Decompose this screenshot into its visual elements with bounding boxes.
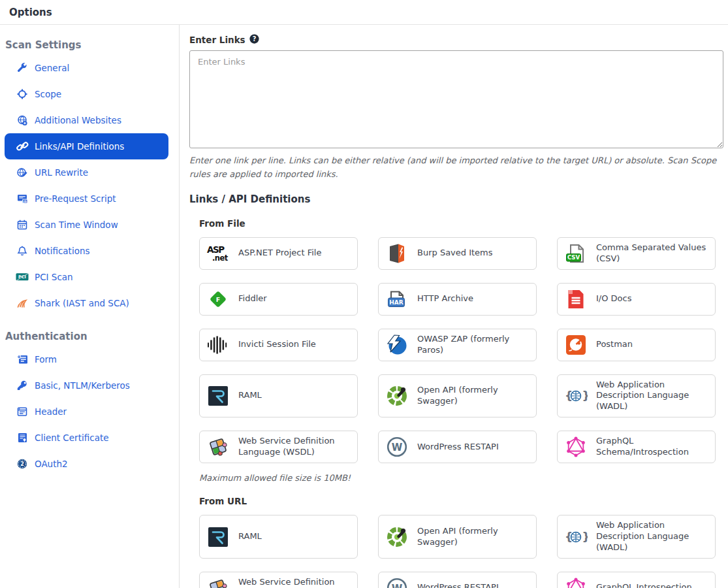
target-icon: [16, 89, 29, 99]
svg-text:PCI: PCI: [18, 274, 26, 280]
from-file-title: From File: [199, 218, 725, 229]
wordpress-icon: W: [385, 436, 409, 457]
sidebar-item-shark-iast-and-sca[interactable]: Shark (IAST and SCA): [0, 290, 179, 316]
svg-text:W: W: [392, 582, 403, 588]
svg-text:F: F: [216, 296, 221, 303]
sidebar-item-scope[interactable]: Scope: [0, 81, 179, 107]
import-graphql-schema-introspection[interactable]: GraphQL Schema/Introspection: [557, 431, 716, 463]
import-invicti-session-file[interactable]: Invicti Session File: [199, 329, 358, 361]
certificate-icon: [16, 433, 29, 443]
form-icon: [16, 354, 29, 365]
import-comma-separated-values-csv[interactable]: CSV Comma Separated Values (CSV): [557, 237, 716, 270]
calendar-icon: [16, 220, 29, 230]
svg-text:W: W: [392, 442, 403, 453]
postman-icon: [564, 335, 588, 355]
import-web-service-definition-language-wsdl[interactable]: Web Service Definition Language (WSDL): [199, 431, 358, 463]
sidebar-section-title: Scan Settings: [0, 31, 179, 55]
globe-plus-icon: [16, 115, 29, 126]
sidebar: Scan Settings General Scope Additional W…: [0, 25, 180, 588]
wrench-icon: [16, 63, 29, 73]
import-i-o-docs[interactable]: I/O Docs: [557, 283, 716, 316]
burp-icon: [385, 243, 409, 264]
svg-text:?: ?: [252, 35, 256, 42]
pci-badge-icon: PCI: [16, 272, 29, 282]
main-content: Enter Links ? Enter one link per line. L…: [180, 25, 728, 588]
import-http-archive[interactable]: HAR HTTP Archive: [378, 283, 537, 316]
enter-links-label: Enter Links ?: [189, 34, 725, 46]
import-web-service-definition-language-wsdl[interactable]: Web Service Definition Language (WSDL): [199, 572, 358, 588]
sidebar-item-form[interactable]: Form: [0, 346, 179, 372]
graphql-icon: [564, 578, 588, 588]
enter-links-textarea[interactable]: [189, 50, 723, 148]
key-icon: [16, 380, 29, 391]
import-postman[interactable]: Postman: [557, 329, 716, 361]
sidebar-item-client-certificate[interactable]: Client Certificate: [0, 425, 179, 451]
import-open-api-formerly-swagger[interactable]: Open API (formerly Swagger): [378, 515, 537, 559]
svg-text:2: 2: [20, 461, 24, 467]
from-url-grid: RAML Open API (formerly Swagger) {} Web …: [199, 515, 725, 588]
import-raml[interactable]: RAML: [199, 374, 358, 418]
wordpress-icon: W: [385, 578, 409, 588]
enter-links-hint: Enter one link per line. Links can be ei…: [189, 154, 725, 182]
links-api-definitions-title: Links / API Definitions: [189, 193, 725, 205]
sidebar-item-additional-websites[interactable]: Additional Websites: [0, 107, 179, 133]
import-raml[interactable]: RAML: [199, 515, 358, 559]
sidebar-item-url-rewrite[interactable]: URL Rewrite: [0, 159, 179, 186]
page-title: Options: [0, 0, 728, 25]
svg-text:HAR: HAR: [389, 299, 403, 306]
from-url-title: From URL: [199, 496, 725, 506]
har-icon: HAR: [385, 289, 409, 310]
raml-icon: [206, 527, 230, 547]
import-fiddler[interactable]: F Fiddler: [199, 283, 358, 316]
raml-icon: [206, 385, 230, 406]
chain-link-icon: [16, 141, 29, 152]
import-asp-net-project-file[interactable]: ASP.net ASP.NET Project File: [199, 237, 358, 270]
svg-text:CSV: CSV: [567, 254, 580, 261]
csv-icon: CSV: [564, 243, 588, 264]
script-icon: JS: [16, 193, 29, 204]
import-owasp-zap-formerly-paros[interactable]: OWASP ZAP (formerly Paros): [378, 329, 537, 361]
svg-text:}: }: [582, 530, 588, 543]
import-burp-saved-items[interactable]: Burp Saved Items: [378, 237, 537, 270]
import-wordpress-restapi[interactable]: W WordPress RESTAPI: [378, 572, 537, 588]
openapi-icon: [385, 527, 409, 547]
sidebar-item-general[interactable]: General: [0, 55, 179, 81]
sidebar-item-pci-scan[interactable]: PCI PCI Scan: [0, 264, 179, 290]
invicti-session-icon: [206, 336, 230, 354]
question-circle-icon[interactable]: ?: [249, 34, 259, 46]
iodocs-icon: [564, 289, 588, 310]
wsdl-icon: [206, 436, 230, 457]
sidebar-sections: Scan Settings General Scope Additional W…: [0, 31, 179, 477]
import-open-api-formerly-swagger[interactable]: Open API (formerly Swagger): [378, 374, 537, 418]
shark-icon: [16, 299, 29, 308]
openapi-icon: [385, 385, 409, 406]
svg-text:}: }: [582, 389, 588, 402]
aspnet-icon: ASP.net: [206, 244, 230, 263]
sidebar-section-title: Authentication: [0, 316, 179, 346]
wsdl-icon: [206, 578, 230, 588]
import-web-application-description-language-wadl[interactable]: {} Web Application Description Language …: [557, 374, 716, 418]
wadl-icon: {}: [564, 386, 588, 406]
svg-text:.net: .net: [212, 253, 229, 263]
max-file-size-note: Maximum allowed file size is 10MB!: [199, 473, 725, 483]
sidebar-item-header[interactable]: Header: [0, 399, 179, 425]
oauth2-icon: 2: [16, 459, 29, 469]
from-file-grid: ASP.net ASP.NET Project File Burp Saved …: [199, 237, 725, 464]
sidebar-item-pre-request-script[interactable]: JS Pre-Request Script: [0, 186, 179, 212]
owasp-zap-icon: [385, 335, 409, 355]
enter-links-label-text: Enter Links: [189, 35, 245, 45]
sidebar-item-links-api-definitions[interactable]: Links/API Definitions: [5, 133, 168, 159]
sidebar-item-scan-time-window[interactable]: Scan Time Window: [0, 212, 179, 238]
import-graphql-introspection[interactable]: GraphQL Introspection: [557, 572, 716, 588]
bell-icon: [16, 246, 29, 256]
svg-text:JS: JS: [22, 200, 26, 203]
globe-edit-icon: [16, 167, 29, 178]
sidebar-item-notifications[interactable]: Notifications: [0, 238, 179, 264]
graphql-icon: [564, 436, 588, 457]
header-icon: [16, 406, 29, 417]
sidebar-item-oauth2[interactable]: 2 OAuth2: [0, 451, 179, 477]
fiddler-icon: F: [206, 289, 230, 310]
sidebar-item-basic-ntlm-kerberos[interactable]: Basic, NTLM/Kerberos: [0, 372, 179, 399]
import-wordpress-restapi[interactable]: W WordPress RESTAPI: [378, 431, 537, 463]
import-web-application-description-language-wadl[interactable]: {} Web Application Description Language …: [557, 515, 716, 559]
